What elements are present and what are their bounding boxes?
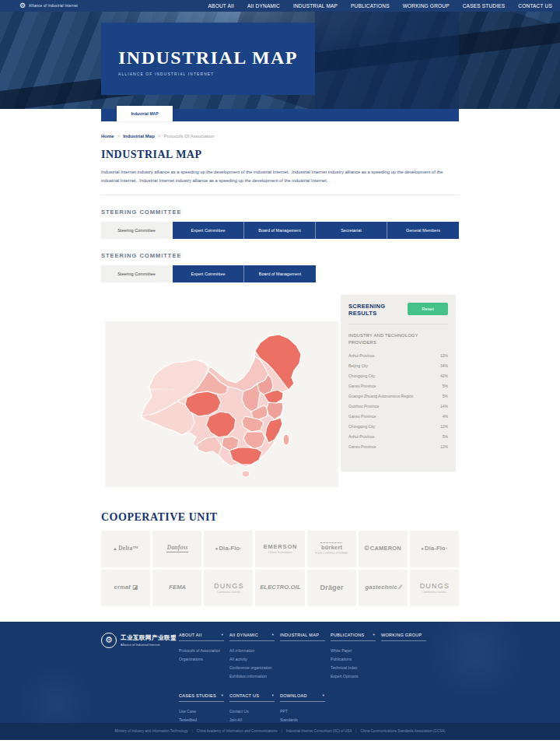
- brand-mark-icon: ●: [421, 546, 424, 551]
- breadcrumb-item[interactable]: Protocols Of Association: [158, 134, 215, 139]
- hero-overlay: [315, 12, 459, 109]
- footer-columns-row1: ABOUT AII ▼ Protocols of AssociationOrga…: [179, 633, 459, 681]
- footer-link[interactable]: Protocols of Association: [179, 647, 229, 655]
- committee-tab[interactable]: Steering Committee: [101, 222, 173, 239]
- footer-link[interactable]: Publications: [331, 655, 380, 664]
- partner-logo[interactable]: DUNGS Combustion Controls: [410, 570, 459, 606]
- footer-column-header[interactable]: WORKING GROUP ▼: [381, 633, 426, 641]
- committee-tab[interactable]: Board of Management: [244, 265, 316, 282]
- chevron-down-icon: ▼: [221, 693, 224, 697]
- footer-link[interactable]: Use Case: [179, 707, 229, 716]
- partner-logo[interactable]: Danfoss: [152, 531, 201, 567]
- footer-link[interactable]: Join AII: [229, 716, 279, 723]
- partner-logo[interactable]: ⒸCAMERON: [359, 531, 408, 567]
- brand-logo[interactable]: ⚙ Alliance of Industrial Internet: [19, 2, 78, 9]
- footer-column-header[interactable]: ABOUT AII ▼: [179, 633, 224, 641]
- committee-tab[interactable]: Expert Committee: [173, 222, 244, 239]
- tab-industrial-map[interactable]: Industrial MAP: [117, 106, 173, 121]
- screening-row[interactable]: Gansu Province 4%: [348, 411, 448, 421]
- footer-link[interactable]: AII information: [229, 647, 279, 655]
- brand-mark-icon: ▲: [113, 546, 117, 551]
- partner-link[interactable]: China Communications Standards Associati…: [352, 729, 445, 733]
- partner-logo[interactable]: ermaf ◪: [101, 570, 150, 606]
- footer-link[interactable]: Organizations: [179, 655, 229, 664]
- partner-logo[interactable]: ELECTRO.OIL: [255, 570, 304, 606]
- committee-tab[interactable]: General Members: [387, 222, 459, 239]
- brand-subtitle: FLUID CONTROL SYSTEMS: [315, 552, 348, 555]
- footer-column-header[interactable]: PUBLICATIONS ▼: [331, 633, 376, 641]
- breadcrumb-item[interactable]: Home: [101, 134, 114, 139]
- footer-link[interactable]: Conference organization: [229, 664, 279, 672]
- footer-link[interactable]: Contact Us: [229, 707, 279, 716]
- screening-row[interactable]: Gansu Province 5%: [348, 381, 448, 391]
- footer: ⚙ 工业互联网产业联盟 Alliance of Industrial Inter…: [0, 622, 560, 723]
- province-percentage: 5%: [443, 384, 448, 388]
- partner-logo[interactable]: ●Dia-Flo·: [410, 531, 459, 567]
- screening-row[interactable]: Anhui Province 5%: [348, 431, 448, 441]
- hero-subtitle: ALLIANCE OF INDUSTRIAL INTERNET: [118, 72, 315, 76]
- top-nav-item[interactable]: INDUSTRIAL MAP: [293, 3, 338, 9]
- footer-column: WORKING GROUP ▼: [381, 633, 431, 681]
- top-nav-item[interactable]: CONTACT US: [518, 3, 552, 9]
- footer-link[interactable]: Standards: [280, 716, 330, 723]
- partner-logo[interactable]: FEMA: [152, 570, 201, 606]
- section-heading: STEERING COMMITTEE: [101, 209, 459, 216]
- committee-tab[interactable]: Board of Management: [244, 222, 316, 239]
- committee-sections: STEERING COMMITTEE Steering CommitteeExp…: [101, 209, 459, 282]
- province-percentage: 34%: [440, 363, 448, 368]
- partner-logo[interactable]: DUNGS Combustion Controls: [204, 570, 253, 606]
- footer-link[interactable]: Exhibition information: [229, 672, 279, 681]
- partner-link[interactable]: Ministry of Industry and Information Tec…: [114, 729, 187, 733]
- footer-column: INDUSTRIAL MAP ▼: [280, 633, 330, 681]
- brand-mark-icon: Ⓒ: [365, 545, 369, 552]
- footer-link[interactable]: PPT: [280, 707, 330, 716]
- footer-link[interactable]: White Paper: [331, 647, 380, 655]
- footer-logo[interactable]: ⚙ 工业互联网产业联盟 Alliance of Industrial Inter…: [101, 633, 177, 648]
- footer-column-header[interactable]: DOWNLOAD ▼: [280, 693, 325, 702]
- partner-logo[interactable]: bürkert FLUID CONTROL SYSTEMS: [307, 531, 356, 567]
- committee-tab[interactable]: Expert Committee: [173, 265, 244, 282]
- screening-row[interactable]: Chongqing City 12%: [348, 421, 448, 431]
- top-nav-item[interactable]: CASES STUDIES: [463, 3, 506, 9]
- footer-link[interactable]: Technical Index: [331, 664, 380, 672]
- screening-row[interactable]: Anhui Province 12%: [348, 350, 448, 360]
- top-nav-item[interactable]: PUBLICATIONS: [351, 3, 390, 9]
- committee-tab[interactable]: Secretariat: [316, 222, 387, 239]
- committee-tab[interactable]: Steering Committee: [101, 265, 173, 282]
- screening-row[interactable]: Gansu Province 12%: [348, 441, 448, 451]
- footer-column-header[interactable]: INDUSTRIAL MAP ▼: [280, 633, 325, 641]
- partner-logo[interactable]: EMERSON Climate Technologies: [255, 531, 304, 567]
- partner-link[interactable]: Industrial Internet Consortium (IIC) of …: [278, 729, 352, 733]
- brand-mark-icon: ●: [215, 546, 219, 551]
- partner-logo[interactable]: Dräger: [307, 570, 356, 606]
- brand-name: DUNGS: [213, 582, 244, 590]
- partner-logo[interactable]: ▲Delta™: [101, 531, 150, 567]
- footer-column-header[interactable]: CASES STUDIES ▼: [179, 693, 224, 702]
- brand-name: Alliance of Industrial Internet: [29, 4, 78, 8]
- footer-column-header[interactable]: AII DYNAMIC ▼: [229, 633, 275, 641]
- top-nav-item[interactable]: AII DYNAMIC: [247, 3, 280, 9]
- top-nav-item[interactable]: ABOUT AII: [208, 3, 234, 9]
- brand-name: Danfoss: [166, 544, 188, 552]
- brand-name: ●Dia-Flo·: [421, 545, 447, 552]
- footer-column-header[interactable]: CONTACT US ▼: [229, 693, 275, 702]
- top-nav-item[interactable]: WORKING GROUP: [403, 3, 450, 9]
- screening-row[interactable]: Guangxi Zhuang Autonomous Region 5%: [348, 391, 448, 401]
- footer-link[interactable]: Expert Opinions: [331, 672, 380, 681]
- province-label: Guangxi Zhuang Autonomous Region: [348, 394, 413, 398]
- top-nav: ABOUT AIIAII DYNAMICINDUSTRIAL MAPPUBLIC…: [208, 3, 552, 9]
- breadcrumb-item[interactable]: Industrial Map: [117, 134, 155, 139]
- screening-row[interactable]: Chongqing City 42%: [348, 370, 448, 381]
- province-percentage: 12%: [440, 444, 448, 449]
- screening-row[interactable]: Guizhou Province 14%: [348, 401, 448, 411]
- footer-link[interactable]: AII activity: [229, 655, 279, 664]
- cooperative-unit-title: COOPERATIVE UNIT: [101, 511, 459, 524]
- partner-logo[interactable]: ●Dia-Flo·: [204, 531, 253, 567]
- screening-row[interactable]: Beijing City 34%: [348, 360, 448, 370]
- partner-link[interactable]: China Academy of Information and Communi…: [188, 729, 278, 733]
- reset-button[interactable]: Reset: [408, 303, 448, 315]
- china-choropleth-map[interactable]: 新疆维吾尔自治区: [105, 321, 338, 487]
- province-label: Chongqing City: [348, 424, 375, 429]
- partner-logo[interactable]: gastechnic ∕∕: [359, 570, 408, 606]
- footer-link[interactable]: Testedbed: [179, 716, 229, 723]
